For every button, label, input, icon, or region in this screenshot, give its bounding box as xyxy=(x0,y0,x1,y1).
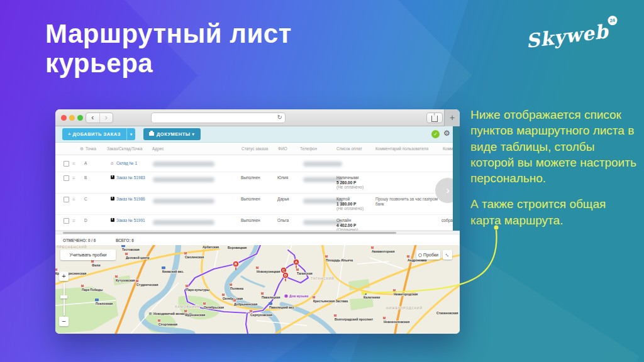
client-name: Ольга xyxy=(277,218,289,222)
svg-text:Кутузовская: Кутузовская xyxy=(116,278,135,282)
drag-handle-icon[interactable]: ≡ xyxy=(72,197,75,202)
drag-handle-icon[interactable]: ≡ xyxy=(72,161,75,167)
settings-gear-icon[interactable]: ⚙ xyxy=(443,129,450,138)
zoom-slider-track[interactable] xyxy=(64,283,65,315)
table-row[interactable]: ≡ D Заказ № 51991 Выполнен Ольга Онлайн … xyxy=(55,215,460,231)
order-box-icon xyxy=(111,175,114,179)
browser-titlebar: ‹ › ↻ ↑ + xyxy=(55,109,460,126)
svg-text:Парк Победы: Парк Победы xyxy=(82,288,103,292)
browser-nav-buttons: ‹ › xyxy=(86,112,113,123)
svg-text:D: D xyxy=(284,273,287,277)
svg-text:Фили: Фили xyxy=(92,263,101,267)
svg-text:Павелецкий вкз.: Павелецкий вкз. xyxy=(269,305,295,309)
app-toolbar: + ДОБАВИТЬ ЗАКАЗ ▾ ДОКУМЕНТЫ ▾ ✓ ⚙ xyxy=(55,126,460,143)
back-icon[interactable]: ‹ xyxy=(86,113,99,123)
order-status: Выполнен xyxy=(241,218,260,222)
minimize-window-icon[interactable] xyxy=(69,115,75,121)
table-row[interactable]: ≡ B Заказ № 51983 Выполнен Юлия Наличным… xyxy=(55,172,460,194)
svg-text:Парк культуры: Парк культуры xyxy=(186,288,209,292)
header-user-comment: Комментарий пользователя xyxy=(375,146,428,151)
annotation-paragraph-2: А также строится общая карта маршрута. xyxy=(470,196,639,228)
svg-text:Волгоградский проспект: Волгоградский проспект xyxy=(335,317,374,321)
payment-info: Картой 1 380.00 Р (Не оплачено) xyxy=(336,197,364,211)
svg-text:Октябрьская: Октябрьская xyxy=(204,305,224,309)
skyweb-logo: Skyweb 24 xyxy=(525,20,609,52)
logo-text: Skyweb xyxy=(525,20,609,52)
svg-text:Арбатская: Арбатская xyxy=(203,245,219,249)
add-order-button[interactable]: + ДОБАВИТЬ ЗАКАЗ ▾ xyxy=(62,128,135,140)
status-check-badge[interactable]: ✓ xyxy=(431,130,440,138)
blurred-phone xyxy=(303,162,342,167)
svg-text:Новохохловская: Новохохловская xyxy=(384,320,409,324)
row-checkbox[interactable] xyxy=(64,197,69,202)
traffic-toggle-button[interactable]: Учитывать пробки xyxy=(60,250,116,260)
table-header: ⚙ Точка Заказ/Склад/Точка Адрес Статус з… xyxy=(55,143,460,155)
page-title-line1: Маршрутный лист xyxy=(45,19,292,48)
svg-text:Таганская: Таганская xyxy=(297,272,313,275)
order-box-icon xyxy=(111,218,114,222)
header-gear-icon[interactable]: ⚙ xyxy=(80,146,84,151)
svg-text:НИЖЕГОРОДСКИЙ: НИЖЕГОРОДСКИЙ xyxy=(386,305,423,310)
header-status: Статус заказа xyxy=(242,146,268,151)
header-payments: Список оплат xyxy=(336,146,362,151)
total-counter: ВСЕГО: 6 xyxy=(116,238,134,243)
url-bar[interactable]: ↻ xyxy=(151,112,286,123)
svg-text:ПРЕСНЕНСКИЙ: ПРЕСНЕНСКИЙ xyxy=(57,245,87,249)
fullscreen-map-button[interactable]: ↔ xyxy=(443,250,452,260)
svg-text:Фрунзенская: Фрунзенская xyxy=(185,313,205,317)
table-row[interactable]: ≡ C Заказ № 51986 Выполнен Дарья Картой … xyxy=(55,194,460,215)
svg-text:Авиамоторная: Авиамоторная xyxy=(372,250,394,253)
order-link[interactable]: Заказ № 51991 xyxy=(116,218,145,222)
row-checkbox[interactable] xyxy=(64,161,69,167)
new-tab-button[interactable]: + xyxy=(444,109,460,126)
user-comment: Прошу позвонить за час газпром банк xyxy=(375,197,438,206)
expand-icon: ↔ xyxy=(442,250,453,260)
refresh-icon[interactable]: ↻ xyxy=(277,114,282,121)
header-order: Заказ/Склад/Точка xyxy=(107,146,142,151)
map-canvas[interactable]: ПРЕСНЕНСКИЙТестовскаяМДеловой центрМФили… xyxy=(55,245,460,334)
svg-text:Новокузнецкая: Новокузнецкая xyxy=(257,270,280,273)
order-link[interactable]: Склад № 1 xyxy=(116,161,137,165)
scrollbar-thumb[interactable] xyxy=(63,232,396,234)
printer-icon xyxy=(149,132,154,136)
point-letter: D xyxy=(84,218,87,222)
share-button[interactable]: ↑ xyxy=(426,112,443,123)
svg-text:Павелецкая: Павелецкая xyxy=(262,295,280,299)
svg-text:Студенческая: Студенческая xyxy=(136,283,158,287)
drag-handle-icon[interactable]: ≡ xyxy=(72,175,75,181)
header-point: Точка xyxy=(86,146,96,151)
order-link[interactable]: Заказ № 51986 xyxy=(116,197,145,201)
close-window-icon[interactable] xyxy=(61,115,67,121)
logo-badge-24: 24 xyxy=(607,15,618,26)
documents-button[interactable]: ДОКУМЕНТЫ ▾ xyxy=(143,128,201,140)
traffic-light-icon xyxy=(418,253,422,257)
table-row[interactable]: ≡ A ⌂ Склад № 1 xyxy=(55,155,460,172)
order-status: Выполнен xyxy=(241,197,260,201)
page-title-line2: курьера xyxy=(45,48,292,78)
drag-handle-icon[interactable]: ≡ xyxy=(72,218,75,224)
add-order-caret-icon[interactable]: ▾ xyxy=(126,128,136,140)
blurred-address xyxy=(153,177,214,182)
row-checkbox[interactable] xyxy=(64,175,69,181)
order-box-icon xyxy=(111,197,114,200)
forward-icon[interactable]: › xyxy=(99,113,113,123)
zoom-slider-handle[interactable] xyxy=(60,295,67,299)
svg-text:Добрынинская: Добрынинская xyxy=(234,302,257,306)
svg-text:Тестовская: Тестовская xyxy=(122,248,140,251)
maximize-window-icon[interactable] xyxy=(77,115,83,121)
svg-text:Дом музыки: Дом музыки xyxy=(289,294,308,298)
svg-text:Нижегородская: Нижегородская xyxy=(394,292,418,296)
row-checkbox[interactable] xyxy=(64,218,69,224)
svg-text:Серпуховская: Серпуховская xyxy=(250,313,272,317)
blurred-address xyxy=(153,199,214,204)
page-title: Маршрутный лист курьера xyxy=(45,19,292,78)
svg-text:Площадь Ильича: Площадь Ильича xyxy=(326,258,353,262)
zoom-out-button[interactable]: − xyxy=(59,317,69,326)
zoom-in-button[interactable]: + xyxy=(59,272,69,281)
traffic-button[interactable]: Пробки xyxy=(416,250,440,260)
svg-text:ХАМОВНИКИ: ХАМОВНИКИ xyxy=(175,305,200,309)
svg-text:Калитники: Калитники xyxy=(364,295,380,299)
order-link[interactable]: Заказ № 51983 xyxy=(116,175,145,180)
point-letter: A xyxy=(84,161,87,165)
route-map[interactable]: ПРЕСНЕНСКИЙТестовскаяМДеловой центрМФили… xyxy=(55,245,460,334)
